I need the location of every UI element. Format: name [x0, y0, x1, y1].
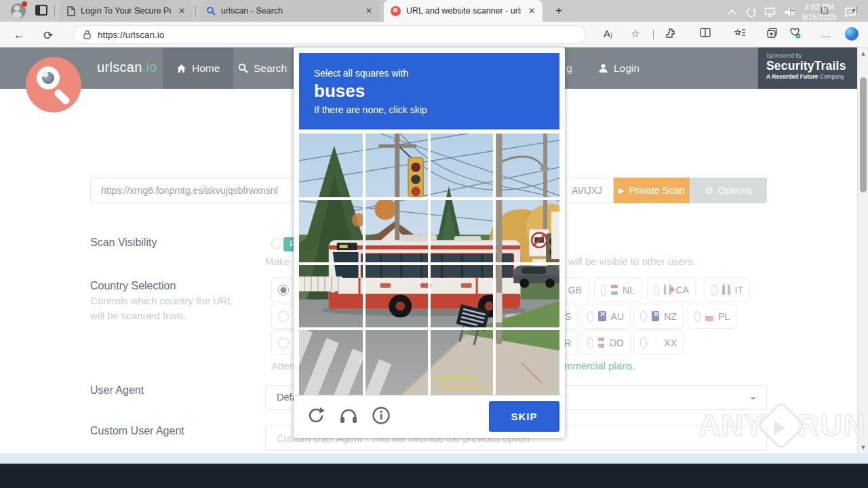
captcha-cell[interactable]	[364, 134, 429, 199]
scrollbar-thumb[interactable]	[860, 77, 867, 192]
captcha-modal: Select all squares with buses If there a…	[294, 47, 565, 438]
play-icon: ▶	[618, 186, 624, 195]
captcha-cell[interactable]	[364, 330, 429, 396]
workspaces-icon[interactable]	[35, 5, 47, 16]
flag-ca-icon	[664, 285, 671, 295]
new-tab-button[interactable]: +	[552, 4, 566, 18]
captcha-cell[interactable]	[429, 134, 494, 199]
scan-url-tail: AVIJXJ	[572, 185, 602, 196]
page-favicon-icon	[66, 6, 75, 16]
nav-login[interactable]: Login	[585, 47, 653, 89]
captcha-target: buses	[314, 81, 559, 102]
scan-url-value: https://xrng6.fonpmtg.es/akvujqsbfrwxnsn…	[101, 185, 278, 196]
address-url: https://urlscan.io	[98, 30, 164, 40]
back-button[interactable]: ←	[14, 28, 25, 42]
notification-dot-icon	[22, 1, 27, 7]
captcha-cell[interactable]	[494, 330, 559, 396]
user-agent-label: User Agent	[90, 384, 144, 396]
urlscan-logo	[26, 57, 81, 113]
country-option-ca[interactable]: CA	[647, 277, 696, 302]
captcha-audio-icon[interactable]	[338, 405, 359, 426]
scroll-up-icon[interactable]: ▲	[858, 50, 868, 57]
action-center-button[interactable]	[840, 0, 861, 24]
captcha-cell[interactable]	[494, 199, 559, 265]
flag-do-icon	[598, 338, 605, 348]
flag-nz-icon	[652, 311, 660, 321]
country-selection-label: Country Selection	[90, 280, 176, 292]
settings-more-icon[interactable]: …	[821, 28, 831, 39]
read-aloud-icon[interactable]: A)	[604, 28, 612, 39]
radio-selected	[278, 285, 289, 296]
captcha-info-icon[interactable]	[371, 405, 391, 426]
flag-nl-icon	[611, 285, 618, 295]
scan-visibility-label: Scan Visibility	[90, 237, 157, 249]
country-option-nl[interactable]: NL	[594, 277, 642, 302]
split-screen-icon[interactable]	[700, 28, 711, 39]
tray-onedrive-icon[interactable]	[742, 0, 760, 24]
nav-fragment: g	[566, 62, 572, 75]
tab-title: Login To Your Secure Portal	[81, 6, 171, 16]
country-option-au[interactable]: AU	[580, 304, 631, 329]
captcha-cell[interactable]	[299, 199, 364, 265]
visibility-radio[interactable]	[271, 238, 282, 249]
captcha-cell[interactable]	[494, 134, 559, 199]
tray-expand-chevron[interactable]	[724, 0, 741, 24]
captcha-cell[interactable]	[299, 330, 364, 396]
captcha-cell[interactable]	[429, 264, 494, 330]
urlscan-brand[interactable]: urlscan.io	[97, 60, 157, 75]
search-favicon-icon	[206, 6, 216, 16]
sponsor-securitytrails[interactable]: Sponsored by SecurityTrails A Recorded F…	[758, 47, 857, 89]
address-bar[interactable]: https://urlscan.io	[73, 25, 586, 44]
captcha-cell[interactable]	[429, 330, 494, 396]
tray-network-icon[interactable]	[761, 0, 780, 24]
divider	[195, 5, 196, 17]
flag-none	[652, 338, 660, 348]
country-option-nz[interactable]: NZ	[633, 304, 684, 329]
taskbar-clock[interactable]: 2:52 PM 5/15/2025	[800, 2, 838, 22]
country-option-do[interactable]: DO	[580, 330, 631, 355]
captcha-cell[interactable]	[429, 199, 494, 265]
extensions-icon[interactable]	[665, 28, 676, 41]
clock-date: 5/15/2025	[800, 12, 838, 22]
captcha-skip-button[interactable]: SKIP	[489, 401, 559, 432]
browser-essentials-icon[interactable]	[789, 28, 802, 41]
tab-title: urlscan - Search	[221, 6, 358, 16]
tab-login-portal[interactable]: Login To Your Secure Portal ✕	[60, 0, 193, 22]
collections-icon[interactable]	[734, 28, 746, 40]
nav-home[interactable]: Home	[163, 47, 233, 89]
scrollbar[interactable]: ▲ ▼	[857, 47, 868, 453]
country-option-pl[interactable]: PL	[688, 304, 736, 329]
options-button[interactable]: ⚙ Options	[690, 178, 767, 203]
refresh-button[interactable]: ⟳	[43, 28, 53, 43]
chevron-down-icon: ⌄	[749, 391, 757, 401]
urlscan-favicon-icon	[391, 6, 401, 16]
captcha-cell[interactable]	[364, 264, 429, 330]
tab-close-icon[interactable]: ✕	[363, 6, 374, 16]
captcha-cell[interactable]	[494, 264, 559, 330]
screen: Login To Your Secure Portal ✕ urlscan - …	[0, 0, 868, 488]
scroll-down-icon[interactable]: ▼	[858, 444, 868, 451]
visibility-note-right: will be visible to other users.	[568, 256, 696, 267]
tab-close-icon[interactable]: ✕	[526, 6, 537, 16]
country-option-xx[interactable]: XX	[633, 330, 684, 355]
tray-volume-icon[interactable]	[780, 0, 799, 24]
add-tab-group-icon[interactable]	[767, 28, 778, 40]
clock-time: 2:52 PM	[800, 2, 838, 12]
captcha-cell[interactable]	[364, 199, 429, 265]
copilot-icon[interactable]	[845, 27, 859, 41]
tab-urlscan-search[interactable]: urlscan - Search ✕	[199, 0, 380, 22]
captcha-refresh-icon[interactable]	[306, 405, 326, 426]
captcha-cell[interactable]	[299, 264, 364, 330]
private-scan-button[interactable]: ▶ Private Scan	[614, 178, 690, 203]
favorite-star-icon[interactable]: ☆	[631, 28, 639, 40]
divider	[653, 30, 654, 39]
nav-search[interactable]: Search	[224, 47, 300, 89]
captcha-cell[interactable]	[299, 134, 364, 199]
commercial-plans-link[interactable]: mmercial plans.	[564, 360, 635, 371]
user-icon	[598, 63, 608, 73]
flag-au-icon	[598, 311, 606, 321]
country-option-it[interactable]: IT	[704, 277, 750, 302]
tab-close-icon[interactable]: ✕	[176, 6, 187, 16]
captcha-footer: SKIP	[294, 395, 565, 438]
tab-urlscan-active[interactable]: URL and website scanner - urlsca ✕	[384, 0, 542, 22]
